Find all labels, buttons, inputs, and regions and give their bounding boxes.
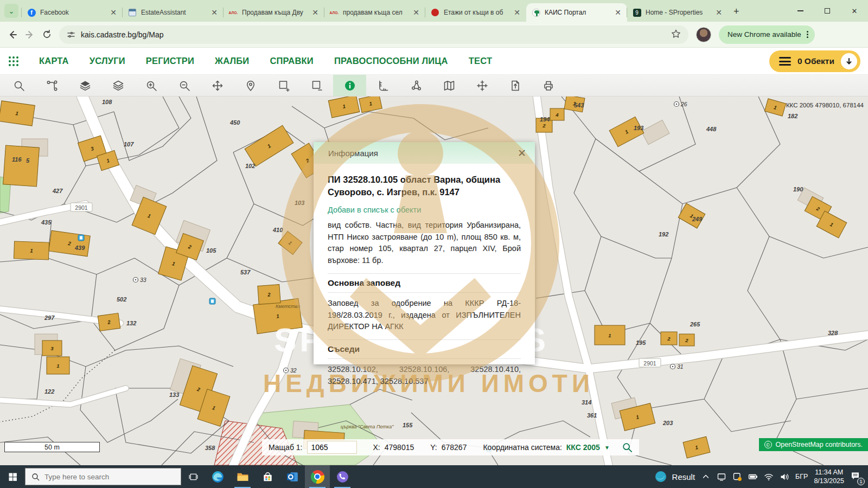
tab-close-icon[interactable]: ✕ [714, 8, 724, 17]
profile-avatar[interactable] [696, 27, 711, 42]
browser-tab[interactable]: EstateAssistant ✕ [123, 3, 224, 22]
tab-close-icon[interactable]: ✕ [108, 8, 118, 17]
copyright-icon: © [764, 441, 772, 448]
rect-remove-tool-button[interactable] [300, 75, 333, 96]
taskbar-search[interactable] [25, 468, 181, 485]
browser-tab[interactable]: АЛО. продавам къща сел ✕ [324, 3, 425, 22]
coordinates-tool-button[interactable] [465, 75, 499, 96]
back-icon[interactable] [8, 30, 17, 40]
parcel-number-label: 203 [662, 420, 673, 426]
taskbar-app-store[interactable] [255, 465, 280, 488]
building-number: 4 [555, 112, 559, 118]
export-tool-button[interactable] [499, 75, 532, 96]
crs-dropdown-arrow-icon[interactable]: ▼ [604, 445, 610, 451]
task-view-button[interactable] [181, 465, 205, 488]
crs-dropdown[interactable]: ККС 2005 [566, 443, 600, 452]
print-tool-button[interactable] [532, 75, 565, 96]
taskbar-app-explorer[interactable] [230, 465, 255, 488]
scale-input[interactable] [307, 441, 357, 454]
browser-tab[interactable]: КАИС Портал ✕ [526, 3, 627, 22]
taskbar-app-edge[interactable] [205, 465, 230, 488]
window-controls: ✕ [787, 0, 868, 22]
measure-tool-button[interactable] [366, 75, 399, 96]
chevron-up-icon[interactable] [701, 472, 711, 481]
taskbar-app-viber[interactable] [330, 465, 355, 488]
clock[interactable]: 11:34 AM 8/13/2025 [814, 468, 844, 486]
menu-item-1[interactable]: УСЛУГИ [90, 56, 125, 66]
building: 1 [595, 325, 625, 345]
menu-item-5[interactable]: ПРАВОСПОСОБНИ ЛИЦА [334, 56, 448, 66]
osm-attribution[interactable]: © OpenStreetMap contributors. [759, 438, 868, 451]
tab-search-chevron-icon[interactable]: ⌄ [4, 4, 18, 18]
taskbar-app-outlook[interactable] [280, 465, 305, 488]
wifi-icon[interactable] [764, 472, 774, 481]
url-bar[interactable]: kais.cadastre.bg/bg/Map [59, 25, 688, 44]
notification-center-button[interactable]: 1 [850, 471, 864, 483]
add-to-objects-link[interactable]: Добави в списък с обекти [328, 206, 421, 214]
tab-close-icon[interactable]: ✕ [310, 8, 320, 17]
bookmark-star-icon[interactable] [671, 29, 681, 41]
objects-button[interactable]: 0 Обекти [769, 50, 860, 72]
display-icon[interactable] [717, 472, 726, 481]
rect-add-tool-button[interactable] [267, 75, 300, 96]
window-minimize-button[interactable] [787, 0, 814, 22]
menu-item-0[interactable]: КАРТА [39, 56, 69, 66]
topology-tool-button[interactable] [399, 75, 432, 96]
reload-icon[interactable] [42, 30, 52, 39]
browser-tab[interactable]: Етажи от къщи в об ✕ [425, 3, 526, 22]
parcel-number-label: 361 [587, 412, 597, 419]
pan-tool-button[interactable] [201, 75, 234, 96]
search-tool-button[interactable] [2, 75, 35, 96]
building-number: 1 [56, 363, 59, 369]
start-button[interactable] [0, 465, 25, 488]
route-tool-button[interactable] [35, 75, 68, 96]
browser-tab[interactable]: 9 Home - SProperties ✕ [627, 3, 728, 22]
tab-close-icon[interactable]: ✕ [512, 8, 522, 17]
layers-filled-tool-button[interactable] [68, 75, 101, 96]
location-tool-button[interactable] [234, 75, 267, 96]
tab-close-icon[interactable]: ✕ [613, 8, 623, 17]
tab-close-icon[interactable]: ✕ [411, 8, 421, 17]
tab-close-icon[interactable]: ✕ [209, 8, 219, 17]
browser-menu-icon[interactable] [807, 31, 808, 38]
new-tab-button[interactable]: + [733, 6, 739, 17]
site-settings-icon[interactable] [67, 30, 75, 39]
zoom-out-tool-button[interactable] [168, 75, 201, 96]
language-indicator[interactable]: БГР [795, 473, 808, 480]
browser-tab[interactable]: АЛО. Продавам къща Дву ✕ [224, 3, 324, 22]
y-value: 678267 [442, 443, 467, 452]
menu-item-4[interactable]: СПРАВКИ [270, 56, 314, 66]
order-section-header: Основна заповед [328, 273, 521, 293]
browser-tab[interactable]: f Facebook ✕ [22, 3, 123, 22]
neighbors-section-header: Съседи [328, 339, 521, 359]
parcel-number-label: 249 [692, 216, 703, 222]
map-tool-button[interactable] [432, 75, 465, 96]
window-close-button[interactable]: ✕ [841, 0, 868, 22]
menu-item-6[interactable]: ТЕСТ [469, 56, 492, 66]
popup-close-icon[interactable]: ✕ [518, 148, 526, 158]
taskbar-search-input[interactable] [44, 473, 164, 481]
search-icon [13, 80, 25, 92]
window-maximize-button[interactable] [814, 0, 841, 22]
menu-item-2[interactable]: РЕГИСТРИ [146, 56, 194, 66]
objects-expand-icon[interactable] [841, 53, 857, 69]
info-tool-button[interactable] [333, 75, 366, 96]
url-text[interactable]: kais.cadastre.bg/bg/Map [81, 30, 663, 39]
map-search-icon[interactable] [622, 442, 633, 453]
zoom-in-tool-button[interactable] [135, 75, 168, 96]
volume-icon[interactable] [780, 472, 789, 481]
new-chrome-available-button[interactable]: New Chrome available [719, 25, 815, 44]
layers-tool-button[interactable] [101, 75, 135, 96]
parcel-number-label: 107 [124, 141, 134, 147]
alo-favicon-icon: АЛО. [330, 8, 339, 17]
weather-label: Result [672, 472, 695, 481]
forward-icon[interactable] [25, 30, 35, 40]
app-badge-icon[interactable] [732, 472, 742, 481]
weather-widget[interactable]: Result [654, 470, 695, 483]
taskbar-app-chrome[interactable] [305, 465, 330, 488]
map-area[interactable]: 1311211211121124121112211213121211084501… [0, 97, 868, 465]
menu-item-3[interactable]: ЖАЛБИ [215, 56, 249, 66]
battery-icon[interactable] [748, 472, 758, 481]
parcel-number-label: 192 [659, 231, 668, 237]
apps-grid-icon[interactable] [9, 56, 18, 66]
